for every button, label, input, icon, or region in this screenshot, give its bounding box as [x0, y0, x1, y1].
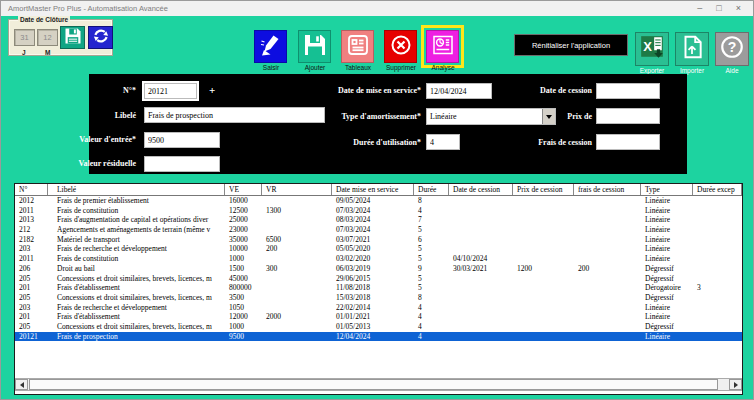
scrollbar-thumb[interactable] [29, 379, 718, 390]
table-row[interactable]: 201Frais d'établissement80000011/08/2018… [15, 283, 742, 293]
supprimer-button[interactable] [384, 30, 417, 63]
date-cession-field[interactable] [596, 83, 660, 99]
table-cell: 1000 [225, 254, 262, 264]
table-row[interactable]: 2182Matériel de transport35000650003/07/… [15, 235, 742, 245]
saisir-button[interactable] [254, 30, 287, 63]
column-header[interactable]: Type [641, 184, 693, 195]
table-cell: 12000 [225, 312, 262, 322]
date-mise-service-field[interactable] [426, 83, 492, 99]
frais-cession-label: Frais de cession [502, 138, 592, 147]
table-cell [262, 332, 332, 342]
close-button[interactable]: × [736, 4, 741, 13]
table-cell [693, 235, 742, 245]
table-row[interactable]: 205Concessions et droit similaires, brev… [15, 274, 742, 284]
add-numero-button[interactable]: + [209, 84, 215, 96]
importer-button[interactable] [675, 32, 709, 66]
table-cell: 11/08/2018 [332, 283, 414, 293]
duree-utilisation-field[interactable] [426, 134, 460, 150]
table-row[interactable]: 2012Frais de premier établissement160000… [15, 196, 742, 206]
exporter-button[interactable]: X [635, 32, 669, 66]
table-cell [693, 274, 742, 284]
table-cell [262, 322, 332, 332]
table-cell: 6 [414, 235, 449, 245]
minimize-button[interactable]: – [697, 4, 702, 13]
table-cell: 300 [262, 264, 332, 274]
table-row[interactable]: 203Frais de recherche et développement10… [15, 303, 742, 313]
table-cell: 20121 [15, 332, 48, 342]
window-title: AmortMaster Pro Plus - Automatisation Av… [1, 4, 697, 13]
analyse-button[interactable] [426, 30, 459, 63]
column-header[interactable]: frais de cession [574, 184, 641, 195]
table-cell: Linéaire [641, 235, 693, 245]
table-cell: Frais d'établissement [48, 283, 225, 293]
import-document-icon [679, 34, 705, 64]
column-header[interactable]: N° [15, 184, 48, 195]
valeur-entree-field[interactable] [144, 132, 220, 148]
table-cell [262, 303, 332, 313]
column-header[interactable]: Durée [414, 184, 449, 195]
table-row[interactable]: 2013Frais d'augmentation de capital et o… [15, 215, 742, 225]
scroll-right-arrow[interactable] [729, 379, 742, 390]
column-header[interactable]: VR [262, 184, 332, 195]
table-cell [693, 322, 742, 332]
tableaux-button[interactable] [341, 30, 374, 63]
column-header[interactable]: Date mise en service [332, 184, 414, 195]
main-area: Date de Clôture J M [1, 16, 753, 399]
table-cell: 10000 [225, 244, 262, 254]
save-cloture-button[interactable] [60, 26, 85, 49]
table-cell: Linéaire [641, 332, 693, 342]
table-row[interactable]: 205Concessions et droit similaires, brev… [15, 322, 742, 332]
ajouter-button[interactable] [298, 30, 331, 63]
prix-cession-field[interactable] [596, 108, 660, 124]
table-cell: 205 [15, 293, 48, 303]
reset-application-button[interactable]: Rénitialiser l'application [514, 34, 628, 56]
refresh-button[interactable] [88, 26, 113, 49]
table-row[interactable]: 205Concessions et droit similaires, brev… [15, 293, 742, 303]
column-header[interactable]: Prix de cession [513, 184, 574, 195]
table-cell: 01/01/2021 [332, 312, 414, 322]
frais-cession-field[interactable] [596, 134, 660, 150]
table-cell: Dégressif [641, 322, 693, 332]
table-row[interactable]: 212Agencements et aménagements de terrai… [15, 225, 742, 235]
table-cell [574, 303, 641, 313]
column-header[interactable]: VE [225, 184, 262, 195]
column-header[interactable]: Libelé [48, 184, 225, 195]
table-row[interactable]: 20121Frais de prospection950012/04/20244… [15, 332, 742, 342]
table-cell: 9500 [225, 332, 262, 342]
maximize-button[interactable]: □ [716, 4, 721, 13]
supprimer-label: Supprimer [378, 64, 424, 71]
table-cell: Dérogatoire [641, 283, 693, 293]
libele-field[interactable] [144, 107, 325, 123]
table-cell: 4 [414, 206, 449, 216]
table-cell: 35000 [225, 235, 262, 245]
table-cell: 06/03/2019 [332, 264, 414, 274]
table-cell [693, 225, 742, 235]
table-row[interactable]: 201Frais d'établissement12000200001/01/2… [15, 312, 742, 322]
table-row[interactable]: 203Frais de recherche et développement10… [15, 244, 742, 254]
saisir-label: Saisir [248, 64, 294, 71]
table-cell [574, 274, 641, 284]
valeur-residuelle-field[interactable] [144, 156, 220, 172]
column-header[interactable]: Date de cession [449, 184, 513, 195]
table-cell: 800000 [225, 283, 262, 293]
numero-field[interactable] [144, 83, 197, 99]
month-label: M [45, 49, 50, 56]
assets-table: N°LibeléVEVRDate mise en serviceDuréeDat… [14, 183, 743, 395]
table-cell [513, 332, 574, 342]
aide-button[interactable]: ? [715, 32, 749, 66]
table-row[interactable]: 206Droit au bail150030006/03/2019930/03/… [15, 264, 742, 274]
svg-text:X: X [643, 39, 652, 54]
table-row[interactable]: 2011Frais de constitution100003/02/20205… [15, 254, 742, 264]
scroll-left-arrow[interactable] [15, 379, 28, 390]
writing-hand-icon [259, 33, 283, 61]
table-cell: 15/03/2018 [332, 293, 414, 303]
table-cell: 45000 [225, 274, 262, 284]
horizontal-scrollbar[interactable] [15, 378, 742, 391]
table-cell: 2000 [262, 312, 332, 322]
column-header[interactable]: Durée excep [693, 184, 742, 195]
table-cell: 2012 [15, 196, 48, 206]
table-cell: Frais de constitution [48, 206, 225, 216]
table-row[interactable]: 2011Frais de constitution12500130007/03/… [15, 206, 742, 216]
table-cell [449, 293, 513, 303]
table-cell: 5 [414, 244, 449, 254]
